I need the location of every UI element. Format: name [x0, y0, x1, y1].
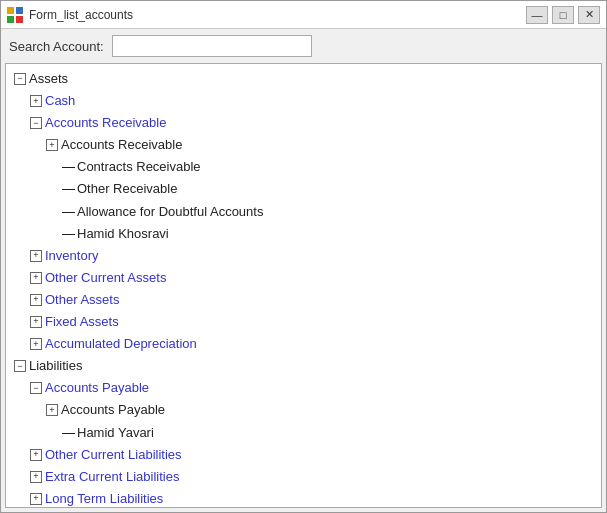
list-item[interactable]: Other Assets — [6, 289, 601, 311]
tree-label: Accounts Receivable — [61, 134, 182, 156]
close-button[interactable]: ✕ — [578, 6, 600, 24]
tree: Assets Cash Accounts Receivable Accounts… — [6, 64, 601, 508]
tree-label: Allowance for Doubtful Accounts — [77, 201, 263, 223]
list-item[interactable]: Accounts Receivable — [6, 134, 601, 156]
list-item[interactable]: Accounts Payable — [6, 399, 601, 421]
list-item[interactable]: Other Current Liabilities — [6, 444, 601, 466]
toggle-ar-sub[interactable] — [46, 139, 58, 151]
window-controls: — □ ✕ — [526, 6, 600, 24]
minimize-button[interactable]: — — [526, 6, 548, 24]
svg-rect-1 — [16, 7, 23, 14]
svg-rect-2 — [7, 16, 14, 23]
tree-container[interactable]: Assets Cash Accounts Receivable Accounts… — [5, 63, 602, 508]
list-item[interactable]: Accumulated Depreciation — [6, 333, 601, 355]
list-item[interactable]: — Hamid Khosravi — [6, 223, 601, 245]
toggle-inventory[interactable] — [30, 250, 42, 262]
tree-label: Accumulated Depreciation — [45, 333, 197, 355]
tree-label: Contracts Receivable — [77, 156, 201, 178]
list-item[interactable]: Assets — [6, 68, 601, 90]
tree-label: Other Current Liabilities — [45, 444, 182, 466]
list-item[interactable]: — Contracts Receivable — [6, 156, 601, 178]
toggle-cash[interactable] — [30, 95, 42, 107]
tree-label: Accounts Payable — [45, 377, 149, 399]
main-window: Form_list_accounts — □ ✕ Search Account:… — [0, 0, 607, 513]
tree-label: Hamid Khosravi — [77, 223, 169, 245]
svg-rect-3 — [16, 16, 23, 23]
tree-label: Fixed Assets — [45, 311, 119, 333]
window-title: Form_list_accounts — [29, 8, 133, 22]
tree-label: Extra Current Liabilities — [45, 466, 179, 488]
maximize-button[interactable]: □ — [552, 6, 574, 24]
toggle-ap[interactable] — [30, 382, 42, 394]
toggle-liabilities[interactable] — [14, 360, 26, 372]
tree-label: Inventory — [45, 245, 98, 267]
tree-label: Hamid Yavari — [77, 422, 154, 444]
line-stub: — — [62, 156, 74, 178]
tree-label: Cash — [45, 90, 75, 112]
list-item[interactable]: — Other Receivable — [6, 178, 601, 200]
toggle-accum-dep[interactable] — [30, 338, 42, 350]
title-bar: Form_list_accounts — □ ✕ — [1, 1, 606, 29]
line-stub: — — [62, 223, 74, 245]
line-stub: — — [62, 422, 74, 444]
toggle-other-assets[interactable] — [30, 294, 42, 306]
tree-label: Other Current Assets — [45, 267, 166, 289]
title-bar-left: Form_list_accounts — [7, 7, 133, 23]
list-item[interactable]: Liabilities — [6, 355, 601, 377]
search-bar: Search Account: — [1, 29, 606, 63]
toggle-ar[interactable] — [30, 117, 42, 129]
tree-label: Accounts Payable — [61, 399, 165, 421]
list-item[interactable]: Other Current Assets — [6, 267, 601, 289]
toggle-fixed-assets[interactable] — [30, 316, 42, 328]
search-label: Search Account: — [9, 39, 104, 54]
line-stub: — — [62, 201, 74, 223]
toggle-assets[interactable] — [14, 73, 26, 85]
list-item[interactable]: Accounts Receivable — [6, 112, 601, 134]
svg-rect-0 — [7, 7, 14, 14]
toggle-oca[interactable] — [30, 272, 42, 284]
list-item[interactable]: Cash — [6, 90, 601, 112]
tree-label: Accounts Receivable — [45, 112, 166, 134]
tree-label: Other Assets — [45, 289, 119, 311]
toggle-ltl[interactable] — [30, 493, 42, 505]
tree-label: Assets — [29, 68, 68, 90]
list-item[interactable]: Fixed Assets — [6, 311, 601, 333]
list-item[interactable]: Long Term Liabilities — [6, 488, 601, 508]
list-item[interactable]: — Hamid Yavari — [6, 422, 601, 444]
toggle-ap-sub[interactable] — [46, 404, 58, 416]
toggle-ocl[interactable] — [30, 449, 42, 461]
list-item[interactable]: Inventory — [6, 245, 601, 267]
list-item[interactable]: Accounts Payable — [6, 377, 601, 399]
line-stub: — — [62, 178, 74, 200]
list-item[interactable]: — Allowance for Doubtful Accounts — [6, 201, 601, 223]
list-item[interactable]: Extra Current Liabilities — [6, 466, 601, 488]
tree-label: Liabilities — [29, 355, 82, 377]
search-input[interactable] — [112, 35, 312, 57]
toggle-ecl[interactable] — [30, 471, 42, 483]
tree-label: Other Receivable — [77, 178, 177, 200]
tree-label: Long Term Liabilities — [45, 488, 163, 508]
app-icon — [7, 7, 23, 23]
